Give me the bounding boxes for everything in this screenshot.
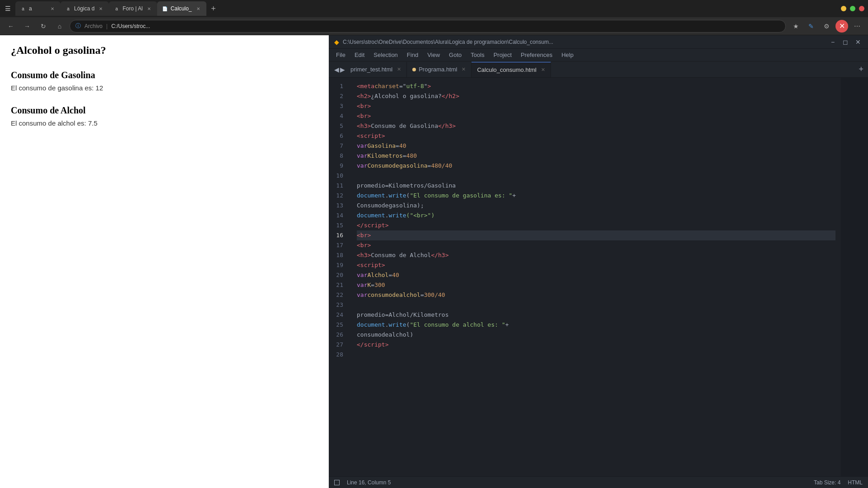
section-text: El consumo de gasolina es: 12 bbox=[11, 84, 318, 92]
code-token: Kilometros bbox=[388, 181, 424, 191]
tab-title: a bbox=[29, 5, 46, 12]
code-token: charset bbox=[374, 81, 399, 91]
code-line-1: <meta charset="utf-8"> bbox=[357, 81, 835, 91]
code-token: var bbox=[357, 161, 367, 171]
line-numbers: 1234567891011121314151617181920212223242… bbox=[329, 78, 351, 476]
tab-close-icon[interactable]: ✕ bbox=[97, 5, 104, 12]
line-number-22: 22 bbox=[329, 290, 347, 300]
tab-title: Foro | Al bbox=[122, 5, 142, 12]
menu-item-edit[interactable]: Edit bbox=[351, 51, 368, 59]
code-line-12: document.write("El consumo de gasolina e… bbox=[357, 191, 835, 201]
line-number-18: 18 bbox=[329, 250, 347, 260]
line-number-9: 9 bbox=[329, 161, 347, 171]
tab-close-icon[interactable]: ✕ bbox=[49, 5, 56, 12]
code-token: = bbox=[403, 151, 406, 161]
back-button[interactable]: ← bbox=[5, 20, 17, 33]
code-token: Kilometros bbox=[413, 310, 448, 320]
code-token: 480/40 bbox=[431, 161, 452, 171]
reload-button[interactable]: ↻ bbox=[37, 20, 50, 33]
code-token: document bbox=[357, 191, 385, 201]
menu-item-file[interactable]: File bbox=[332, 51, 349, 59]
new-tab-button[interactable]: + bbox=[207, 2, 220, 15]
code-token: < bbox=[357, 81, 360, 91]
menu-item-project[interactable]: Project bbox=[490, 51, 515, 59]
minimize-button[interactable] bbox=[841, 6, 846, 11]
editor-win-controls: − ◻ ✕ bbox=[828, 38, 863, 47]
code-line-5: <h3>Consumo de Gasolina</h3> bbox=[357, 121, 835, 131]
tab-favicon: 📄 bbox=[162, 5, 168, 12]
editor-tab-close[interactable]: ✕ bbox=[462, 66, 466, 72]
code-token: = bbox=[385, 181, 389, 191]
line-number-14: 14 bbox=[329, 211, 347, 221]
menu-item-view[interactable]: View bbox=[424, 51, 443, 59]
code-token: <script> bbox=[357, 260, 385, 270]
editor-add-tab-button[interactable]: + bbox=[856, 65, 866, 74]
code-token: Consumo de Gasolina bbox=[371, 121, 438, 131]
editor-tab-close[interactable]: ✕ bbox=[397, 66, 401, 72]
home-button[interactable]: ⌂ bbox=[53, 20, 66, 33]
maximize-button[interactable] bbox=[850, 6, 855, 11]
code-token: var bbox=[357, 280, 367, 290]
browser-tab-tab3[interactable]: aForo | Al✕ bbox=[109, 1, 157, 16]
menu-item-goto[interactable]: Goto bbox=[445, 51, 465, 59]
editor-tab-Programa-html[interactable]: Programa.html✕ bbox=[407, 62, 471, 77]
editor-nav-right[interactable]: ▶ bbox=[340, 66, 345, 73]
browser-sections: Consumo de GasolinaEl consumo de gasolin… bbox=[11, 70, 318, 127]
code-line-14: document.write ("<br>") bbox=[357, 211, 835, 221]
editor-nav-left[interactable]: ◀ bbox=[334, 66, 339, 73]
line-number-4: 4 bbox=[329, 111, 347, 121]
menu-item-find[interactable]: Find bbox=[403, 51, 422, 59]
line-number-5: 5 bbox=[329, 121, 347, 131]
code-line-10 bbox=[357, 171, 835, 181]
menu-icon[interactable]: ⋯ bbox=[851, 20, 863, 33]
editor-tab-Calculo_consumo-html[interactable]: Calculo_consumo.html✕ bbox=[471, 62, 551, 77]
line-number-27: 27 bbox=[329, 340, 347, 350]
code-token: ¿Alcohol o gasolina? bbox=[371, 91, 442, 101]
menu-item-selection[interactable]: Selection bbox=[370, 51, 401, 59]
code-token: > bbox=[385, 340, 389, 350]
address-input-bar[interactable]: ⓘ Archivo | C:/Users/stroc... bbox=[70, 20, 786, 33]
menu-item-help[interactable]: Help bbox=[558, 51, 577, 59]
code-line-17: <br> bbox=[357, 240, 835, 250]
code-line-27: </script> bbox=[357, 340, 835, 350]
code-token: Consumodegasolina bbox=[357, 201, 417, 211]
line-number-16: 16 bbox=[329, 230, 347, 240]
browser-tab-tab1[interactable]: aa✕ bbox=[15, 1, 61, 16]
minimap bbox=[841, 78, 868, 476]
code-area[interactable]: <meta charset="utf-8"><h2>¿Alcohol o gas… bbox=[351, 78, 841, 476]
code-token: > bbox=[428, 81, 431, 91]
settings-icon[interactable]: ⚙ bbox=[820, 20, 833, 33]
forward-button[interactable]: → bbox=[21, 20, 33, 33]
menu-item-tools[interactable]: Tools bbox=[467, 51, 488, 59]
code-token: 480 bbox=[406, 151, 417, 161]
editor-tab-close[interactable]: ✕ bbox=[541, 67, 545, 73]
tab-favicon: a bbox=[65, 5, 71, 12]
browser-tab-tab2[interactable]: aLógica d✕ bbox=[61, 1, 109, 16]
tab-bar: ☰ aa✕aLógica d✕aForo | Al✕📄Calculo_✕ + bbox=[0, 0, 868, 17]
editor-maximize-btn[interactable]: ◻ bbox=[841, 38, 850, 47]
pen-icon[interactable]: ✎ bbox=[805, 20, 817, 33]
code-token: "El consumo de gasolina es: " bbox=[410, 191, 512, 201]
menu-item-preferences[interactable]: Preferences bbox=[517, 51, 556, 59]
close-action-button[interactable]: ✕ bbox=[835, 20, 848, 33]
code-token: consumodealchol bbox=[357, 330, 410, 340]
modified-dot bbox=[412, 68, 416, 71]
status-language: HTML bbox=[848, 479, 863, 486]
tab-close-icon[interactable]: ✕ bbox=[195, 5, 202, 12]
close-button[interactable] bbox=[859, 6, 864, 11]
page-main-heading: ¿Alcohol o gasolina? bbox=[11, 44, 318, 56]
section-heading: Consumo de Gasolina bbox=[11, 70, 318, 80]
address-bar: ← → ↻ ⌂ ⓘ Archivo | C:/Users/stroc... ★ … bbox=[0, 17, 868, 35]
lock-icon: ⓘ bbox=[75, 22, 81, 30]
code-token: ( bbox=[406, 320, 410, 330]
line-number-12: 12 bbox=[329, 191, 347, 201]
browser-tab-tab4[interactable]: 📄Calculo_✕ bbox=[157, 1, 206, 16]
tab-close-icon[interactable]: ✕ bbox=[145, 5, 153, 12]
editor-minimize-btn[interactable]: − bbox=[828, 38, 837, 47]
code-token: K bbox=[367, 280, 371, 290]
editor-close-btn[interactable]: ✕ bbox=[854, 38, 863, 47]
sidebar-toggle-icon[interactable]: ☰ bbox=[4, 5, 12, 13]
editor-tab-primer_test-html[interactable]: primer_test.html✕ bbox=[345, 62, 407, 77]
bookmark-icon[interactable]: ★ bbox=[789, 20, 802, 33]
code-token: > bbox=[385, 221, 389, 230]
